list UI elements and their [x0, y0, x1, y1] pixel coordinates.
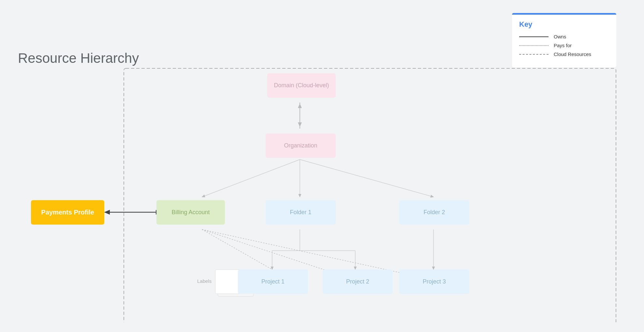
folder2-node: Folder 2: [399, 200, 469, 225]
project1-node: Project 1: [238, 270, 308, 294]
svg-line-3: [202, 159, 300, 197]
key-title: Key: [519, 20, 609, 29]
project2-node: Project 2: [323, 270, 393, 294]
key-row-pays: Pays for: [519, 43, 609, 48]
key-row-owns: Owns: [519, 34, 609, 39]
svg-line-12: [202, 229, 272, 270]
organization-node: Organization: [266, 133, 336, 158]
diagram: Payments Profile Billing Account Domain …: [13, 52, 631, 322]
folder1-node: Folder 1: [266, 200, 336, 225]
labels-label: Labels: [197, 278, 212, 284]
key-label-owns: Owns: [554, 34, 566, 39]
project3-node: Project 3: [399, 270, 469, 294]
key-line-solid: [519, 36, 549, 37]
domain-node: Domain (Cloud-level): [267, 73, 336, 98]
svg-line-5: [300, 159, 433, 197]
payments-profile-node: Payments Profile: [31, 200, 104, 225]
key-line-dotted: [519, 45, 549, 46]
billing-account-node: Billing Account: [156, 200, 225, 225]
key-label-pays: Pays for: [554, 43, 572, 48]
key-accent-bar: [512, 13, 616, 15]
